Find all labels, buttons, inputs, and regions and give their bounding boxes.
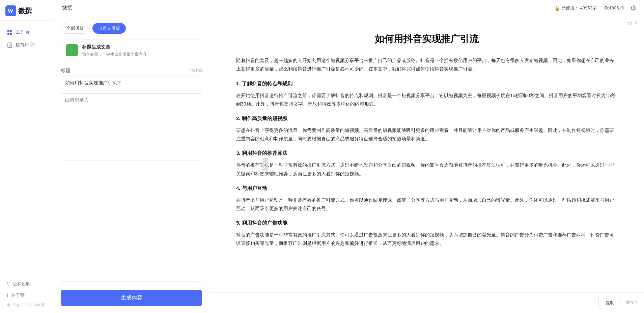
article-container: 11/119 如何用抖音实现推广引流 随着抖音的普及，越来越多的人开始利用这个短… xyxy=(209,16,644,292)
logo-area: W 微撰 xyxy=(0,0,54,21)
article-intro: 随着抖音的普及，越来越多的人开始利用这个短视频分享平台来推广自己的产品或服务。抖… xyxy=(236,56,617,73)
form-divider xyxy=(61,281,202,282)
icp-text: 粤ICP备2022016946号 xyxy=(0,301,54,310)
tab-all-templates[interactable]: 全部模板 xyxy=(61,23,90,34)
right-panel: 11/119 如何用抖音实现推广引流 随着抖音的普及，越来越多的人开始利用这个短… xyxy=(209,16,644,313)
main-area: 微撰 🔒 已使用： 43953字 ID:100519 ⏻ 全部模板 自定义模板 xyxy=(54,0,644,313)
page-counter: 11/119 xyxy=(625,22,637,26)
form-section: 标题 12/100 xyxy=(61,68,202,276)
article-para-3: 抖音的推荐算法是一种非常有效的推广引流方式。通过不断地发布和分享自己的短视频，你… xyxy=(236,161,617,178)
title-label: 标题 xyxy=(61,68,70,74)
usage-value: 43953字 xyxy=(580,5,597,11)
copy-button[interactable]: 复制 xyxy=(598,297,621,309)
article-heading-1: 1. 了解抖音的特点和规则 xyxy=(236,79,617,88)
drafts-icon xyxy=(7,42,13,48)
tab-custom-templates[interactable]: 自定义模板 xyxy=(92,23,126,34)
svg-rect-3 xyxy=(10,30,12,32)
content-textarea[interactable] xyxy=(61,93,202,161)
topbar-title: 微撰 xyxy=(62,5,72,11)
collapse-button[interactable]: ◀ xyxy=(262,158,268,171)
footer-copyright[interactable]: © 版权说明 xyxy=(0,278,54,290)
copyright-label: 版权说明 xyxy=(13,281,30,287)
power-icon[interactable]: ⏻ xyxy=(631,5,636,11)
usage-label: 已使用： xyxy=(561,5,579,11)
article-heading-3: 3. 利用抖音的推荐算法 xyxy=(236,148,617,158)
title-input[interactable] xyxy=(61,77,202,89)
usage-info: 🔒 已使用： 43953字 xyxy=(554,5,597,11)
sidebar-item-workspace[interactable]: 工作台 xyxy=(0,26,54,39)
footer-about[interactable]: ℹ 关于我们 xyxy=(0,290,54,301)
about-label: 关于我们 xyxy=(11,292,29,298)
logo-icon: W xyxy=(5,5,16,16)
doc-icon: 🔒 xyxy=(554,5,560,11)
template-tabs: 全部模板 自定义模板 xyxy=(61,23,202,34)
template-card-title: 标题生成文章 xyxy=(82,44,197,50)
svg-rect-4 xyxy=(7,33,9,35)
article-body: 随着抖音的普及，越来越多的人开始利用这个短视频分享平台来推广自己的产品或服务。抖… xyxy=(236,56,617,248)
topbar-right: 🔒 已使用： 43953字 ID:100519 ⏻ xyxy=(554,5,636,11)
article-para-2: 要想在抖音上获得更多的流量，你需要制作高质量的短视频。高质量的短视频能够吸引更多… xyxy=(236,126,617,143)
title-counter: 12/100 xyxy=(190,68,202,73)
article-para-5: 抖音的广告功能是一种非常有效的推广引流方式。你可以通过广告投放来让更多的人看到你… xyxy=(236,231,617,248)
template-card-desc: 输入标题，一键生成高质量文章内容 xyxy=(82,52,197,57)
article-para-4: 在抖音上与用户互动是一种非常有效的推广引流方式。你可以通过回复评论、点赞、分享等… xyxy=(236,196,617,213)
article-heading-4: 4. 与用户互动 xyxy=(236,183,617,193)
form-label-row: 标题 12/100 xyxy=(61,68,202,74)
sidebar-nav: 工作台 稿件中心 xyxy=(0,21,54,274)
copyright-icon: © xyxy=(7,281,10,287)
workspace-icon xyxy=(7,29,13,35)
word-count: 693字 xyxy=(625,300,637,306)
article-heading-5: 5. 利用抖音的广告功能 xyxy=(236,218,617,227)
svg-rect-5 xyxy=(10,33,12,35)
drafts-label: 稿件中心 xyxy=(16,42,34,48)
template-card-article[interactable]: ≡ 标题生成文章 输入标题，一键生成高质量文章内容 xyxy=(61,39,202,62)
left-panel: 全部模板 自定义模板 ≡ 标题生成文章 输入标题，一键生成高质量文章内容 标题 … xyxy=(54,16,209,313)
svg-rect-2 xyxy=(7,30,9,32)
generate-button[interactable]: 生成内容 xyxy=(61,290,202,306)
sidebar-item-drafts[interactable]: 稿件中心 xyxy=(0,39,54,52)
article-title: 如何用抖音实现推广引流 xyxy=(236,32,617,46)
right-bottom-bar: 复制 693字 xyxy=(209,292,644,313)
sidebar-footer: © 版权说明 ℹ 关于我们 粤ICP备2022016946号 xyxy=(0,274,54,313)
article-heading-2: 2. 制作高质量的短视频 xyxy=(236,114,617,123)
user-id: ID:100519 xyxy=(604,5,624,10)
article-para-1: 在开始使用抖音进行推广引流之前，你需要了解抖音的特点和规则。抖音是一个短视频分享… xyxy=(236,91,617,108)
template-card-info: 标题生成文章 输入标题，一键生成高质量文章内容 xyxy=(82,44,197,57)
workspace-label: 工作台 xyxy=(16,29,30,35)
panels-wrapper: 全部模板 自定义模板 ≡ 标题生成文章 输入标题，一键生成高质量文章内容 标题 … xyxy=(54,16,644,313)
sidebar: W 微撰 工作台 xyxy=(0,0,54,313)
topbar: 微撰 🔒 已使用： 43953字 ID:100519 ⏻ xyxy=(54,0,644,16)
svg-text:W: W xyxy=(7,8,13,15)
app-name: 微撰 xyxy=(18,6,32,16)
about-icon: ℹ xyxy=(7,293,8,298)
template-card-icon: ≡ xyxy=(66,44,78,56)
